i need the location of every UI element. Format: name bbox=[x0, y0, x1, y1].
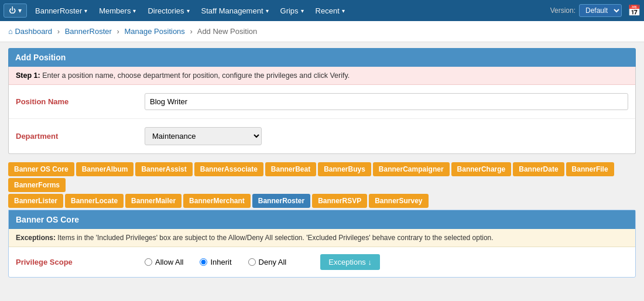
nav-members-caret: ▾ bbox=[133, 8, 136, 14]
tab-bannerlocate[interactable]: BannerLocate bbox=[65, 194, 124, 208]
department-row: Department Maintenance IT Marketing Admi… bbox=[9, 119, 635, 153]
radio-inherit-input[interactable] bbox=[200, 258, 207, 266]
tab-bannerforms[interactable]: BannerForms bbox=[8, 178, 66, 192]
calendar-icon[interactable]: 📅 bbox=[628, 4, 640, 17]
power-button[interactable]: ⏻ ▾ bbox=[4, 4, 27, 18]
version-select[interactable]: Default bbox=[579, 4, 622, 17]
nav-bannerroster-caret: ▾ bbox=[84, 8, 87, 14]
nav-directories-caret: ▾ bbox=[187, 8, 190, 14]
tab-bannerlister[interactable]: BannerLister bbox=[8, 194, 63, 208]
radio-allow-all[interactable]: Allow All bbox=[145, 258, 183, 266]
nav-grips[interactable]: Grips ▾ bbox=[275, 0, 310, 21]
tab-bannersurvey[interactable]: BannerSurvey bbox=[369, 194, 428, 208]
position-name-row: Position Name bbox=[9, 85, 635, 119]
tab-bannermailer[interactable]: BannerMailer bbox=[125, 194, 181, 208]
privilege-scope-label: Privilege Scope bbox=[16, 258, 145, 266]
tabs-wrap: Banner OS Core BannerAlbum BannerAssist … bbox=[8, 162, 636, 208]
tabs-row-1: Banner OS Core BannerAlbum BannerAssist … bbox=[8, 162, 636, 192]
radio-inherit-label: Inherit bbox=[210, 258, 231, 266]
radio-allow-all-input[interactable] bbox=[145, 258, 152, 266]
radio-deny-all-input[interactable] bbox=[248, 258, 256, 266]
exceptions-note-text: Items in the 'Included Privileges' box a… bbox=[57, 234, 493, 242]
nav-grips-caret: ▾ bbox=[301, 8, 304, 14]
home-icon: ⌂ bbox=[8, 27, 13, 36]
power-caret: ▾ bbox=[18, 6, 22, 15]
nav-staff-caret: ▾ bbox=[266, 8, 269, 14]
department-label: Department bbox=[16, 132, 145, 141]
tabs-row-2: BannerLister BannerLocate BannerMailer B… bbox=[8, 194, 636, 208]
nav-staff-management[interactable]: Staff Management ▾ bbox=[196, 0, 275, 21]
breadcrumb-sep-1: › bbox=[57, 27, 60, 36]
position-name-label: Position Name bbox=[16, 97, 145, 106]
add-position-box: Step 1: Enter a position name, choose de… bbox=[8, 67, 636, 154]
breadcrumb-dashboard[interactable]: Dashboard bbox=[15, 27, 52, 36]
tab-bannermerchant[interactable]: BannerMerchant bbox=[183, 194, 251, 208]
exceptions-note-strong: Exceptions: bbox=[16, 234, 56, 242]
breadcrumb-sep-2: › bbox=[117, 27, 119, 36]
tab-bannerfile[interactable]: BannerFile bbox=[566, 162, 614, 176]
step-description: Enter a position name, choose department… bbox=[42, 71, 350, 80]
tab-bannerrsvp[interactable]: BannerRSVP bbox=[312, 194, 367, 208]
position-name-input[interactable] bbox=[145, 93, 628, 110]
nav-bannerroster[interactable]: BannerRoster ▾ bbox=[29, 0, 93, 21]
tab-bannerdate[interactable]: BannerDate bbox=[513, 162, 564, 176]
tab-bannerbuys[interactable]: BannerBuys bbox=[318, 162, 371, 176]
department-wrap: Maintenance IT Marketing Administration bbox=[145, 127, 628, 145]
nav-recent-caret: ▾ bbox=[342, 8, 345, 14]
add-position-section: Add Position Step 1: Enter a position na… bbox=[8, 48, 636, 154]
tab-bannerbeat[interactable]: BannerBeat bbox=[265, 162, 316, 176]
privilege-panel-header: Banner OS Core bbox=[9, 210, 635, 229]
breadcrumb-manage-positions[interactable]: Manage Positions bbox=[125, 27, 185, 36]
radio-inherit[interactable]: Inherit bbox=[200, 258, 231, 266]
position-name-wrap bbox=[145, 93, 628, 110]
department-select[interactable]: Maintenance IT Marketing Administration bbox=[145, 127, 262, 145]
radio-deny-all[interactable]: Deny All bbox=[248, 258, 287, 266]
breadcrumb-current: Add New Position bbox=[197, 27, 258, 36]
tab-banneralbum[interactable]: BannerAlbum bbox=[76, 162, 134, 176]
version-info: Version: Default bbox=[550, 4, 622, 17]
nav-recent[interactable]: Recent ▾ bbox=[310, 0, 351, 21]
tab-banner-os-core[interactable]: Banner OS Core bbox=[8, 162, 74, 176]
radio-group: Allow All Inherit Deny All Exceptions ↓ bbox=[145, 254, 380, 270]
tab-bannerroster[interactable]: BannerRoster bbox=[252, 194, 310, 208]
nav-members[interactable]: Members ▾ bbox=[93, 0, 142, 21]
nav-directories[interactable]: Directories ▾ bbox=[142, 0, 195, 21]
power-icon: ⏻ bbox=[9, 6, 16, 15]
exceptions-note: Exceptions: Items in the 'Included Privi… bbox=[9, 229, 635, 247]
exceptions-button[interactable]: Exceptions ↓ bbox=[320, 254, 380, 270]
radio-deny-all-label: Deny All bbox=[259, 258, 287, 266]
step-label: Step 1: bbox=[16, 71, 40, 80]
tab-bannercampaigner[interactable]: BannerCampaigner bbox=[373, 162, 450, 176]
tab-bannerassist[interactable]: BannerAssist bbox=[135, 162, 192, 176]
page-content: Add Position Step 1: Enter a position na… bbox=[0, 42, 644, 283]
radio-allow-all-label: Allow All bbox=[155, 258, 183, 266]
breadcrumb-bannerroster[interactable]: BannerRoster bbox=[65, 27, 112, 36]
step-info: Step 1: Enter a position name, choose de… bbox=[9, 67, 635, 85]
tab-bannerassociate[interactable]: BannerAssociate bbox=[194, 162, 263, 176]
tab-bannercharge[interactable]: BannerCharge bbox=[451, 162, 512, 176]
top-nav: ⏻ ▾ BannerRoster ▾ Members ▾ Directories… bbox=[0, 0, 644, 21]
privilege-scope-row: Privilege Scope Allow All Inherit Deny A… bbox=[9, 247, 635, 277]
breadcrumb-sep-3: › bbox=[190, 27, 192, 36]
add-position-header: Add Position bbox=[8, 48, 636, 67]
privilege-panel: Banner OS Core Exceptions: Items in the … bbox=[8, 210, 636, 278]
breadcrumb: ⌂ Dashboard › BannerRoster › Manage Posi… bbox=[0, 21, 644, 42]
